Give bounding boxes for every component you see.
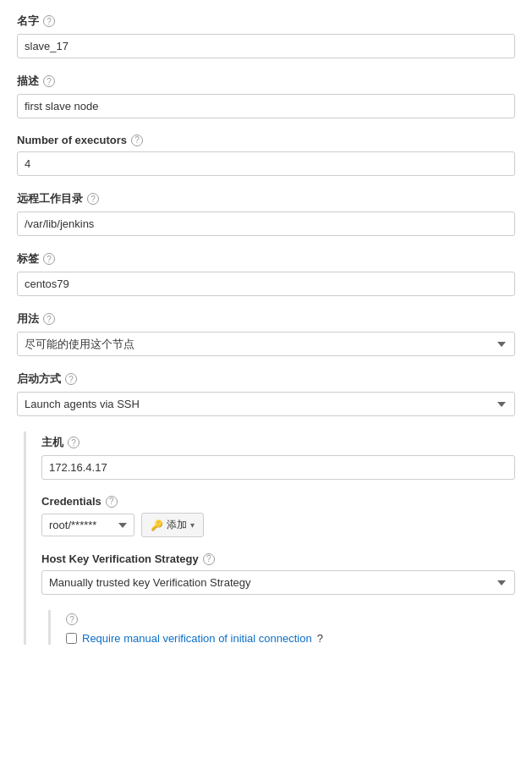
name-label-text: 名字	[17, 14, 39, 29]
host-input[interactable]	[41, 455, 515, 480]
credentials-select[interactable]: root/****** none	[41, 514, 134, 536]
credentials-label-text: Credentials	[41, 495, 101, 508]
host-label-text: 主机	[41, 435, 63, 450]
labels-help-icon[interactable]: ?	[43, 253, 55, 265]
description-label: 描述 ?	[17, 74, 515, 89]
credentials-help-icon[interactable]: ?	[106, 496, 118, 508]
name-help-icon[interactable]: ?	[43, 15, 55, 27]
launch-method-help-icon[interactable]: ?	[65, 373, 77, 385]
remote-dir-label-text: 远程工作目录	[17, 191, 83, 206]
manual-trust-help-row: ?	[66, 613, 515, 625]
executors-label: Number of executors ?	[17, 134, 515, 146]
remote-dir-help-icon[interactable]: ?	[87, 193, 99, 205]
require-verification-row: Require manual verification of initial c…	[66, 632, 515, 645]
require-verification-label: Require manual verification of initial c…	[82, 632, 312, 645]
host-key-select[interactable]: Manually trusted key Verification Strate…	[41, 570, 515, 595]
usage-label: 用法 ?	[17, 311, 515, 327]
executors-help-icon[interactable]: ?	[131, 135, 143, 146]
require-verification-checkbox[interactable]	[66, 633, 77, 644]
add-dropdown-arrow-icon: ▾	[190, 520, 195, 530]
add-credentials-button[interactable]: 🔑 添加 ▾	[141, 513, 204, 537]
launch-method-label-text: 启动方式	[17, 371, 61, 387]
executors-label-text: Number of executors	[17, 134, 127, 146]
name-field-group: 名字 ?	[17, 14, 515, 58]
labels-input[interactable]	[17, 272, 515, 296]
host-key-label: Host Key Verification Strategy ?	[41, 552, 515, 565]
launch-method-label: 启动方式 ?	[17, 371, 515, 387]
require-verification-help-icon[interactable]: ?	[317, 632, 323, 645]
credentials-field-group: Credentials ? root/****** none 🔑 添加 ▾	[41, 495, 515, 537]
name-label: 名字 ?	[17, 14, 515, 29]
launch-method-field-group: 启动方式 ? Launch agents via SSH Launch agen…	[17, 371, 515, 416]
remote-dir-label: 远程工作目录 ?	[17, 191, 515, 206]
credentials-label: Credentials ?	[41, 495, 515, 508]
description-label-text: 描述	[17, 74, 39, 89]
executors-field-group: Number of executors ?	[17, 134, 515, 176]
usage-select[interactable]: 尽可能的使用这个节点 只允许运行绑定到这台机器的Job	[17, 332, 515, 356]
ssh-section: 主机 ? Credentials ? root/****** none 🔑 添加…	[24, 431, 515, 645]
usage-help-icon[interactable]: ?	[43, 313, 55, 325]
labels-label-text: 标签	[17, 251, 39, 267]
usage-field-group: 用法 ? 尽可能的使用这个节点 只允许运行绑定到这台机器的Job	[17, 311, 515, 356]
credentials-row: root/****** none 🔑 添加 ▾	[41, 513, 515, 537]
manual-trust-help-icon[interactable]: ?	[66, 613, 78, 625]
name-input[interactable]	[17, 34, 515, 58]
host-key-help-icon[interactable]: ?	[203, 553, 215, 565]
remote-dir-field-group: 远程工作目录 ?	[17, 191, 515, 236]
host-key-label-text: Host Key Verification Strategy	[41, 552, 199, 565]
host-label: 主机 ?	[41, 435, 515, 450]
host-key-field-group: Host Key Verification Strategy ? Manuall…	[41, 552, 515, 595]
description-field-group: 描述 ?	[17, 74, 515, 118]
add-button-label: 添加	[167, 518, 187, 532]
host-help-icon[interactable]: ?	[68, 437, 80, 448]
labels-field-group: 标签 ?	[17, 251, 515, 296]
host-field-group: 主机 ?	[41, 435, 515, 480]
executors-input[interactable]	[17, 151, 515, 176]
launch-method-select[interactable]: Launch agents via SSH Launch agent by co…	[17, 392, 515, 416]
description-input[interactable]	[17, 94, 515, 118]
labels-label: 标签 ?	[17, 251, 515, 267]
manual-trust-section: ? Require manual verification of initial…	[48, 610, 515, 645]
key-icon: 🔑	[151, 519, 163, 531]
remote-dir-input[interactable]	[17, 212, 515, 236]
usage-label-text: 用法	[17, 311, 39, 327]
description-help-icon[interactable]: ?	[43, 75, 55, 87]
